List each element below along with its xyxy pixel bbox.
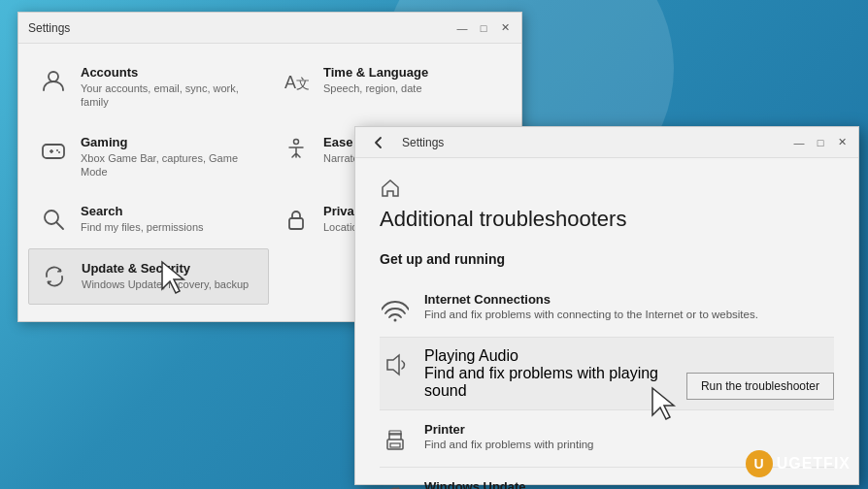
- audio-desc: Find and fix problems with playing sound: [424, 365, 673, 400]
- settings-window-troubleshooter: Settings — □ ✕ Additional troubleshooter…: [354, 126, 859, 485]
- window-title-1: Settings: [28, 21, 455, 35]
- accounts-title: Accounts: [81, 65, 259, 80]
- troubleshooter-content: Additional troubleshooters Get up and ru…: [355, 158, 858, 489]
- windows-update-icon: [380, 481, 411, 489]
- back-button[interactable]: [365, 129, 392, 156]
- close-button-1[interactable]: ✕: [498, 21, 512, 35]
- cursor-pointer-2: [651, 386, 680, 421]
- watermark-logo: U: [746, 450, 773, 477]
- internet-text: Internet Connections Find and fix proble…: [424, 292, 758, 320]
- ease-icon: [281, 135, 312, 166]
- accounts-desc: Your accounts, email, sync, work, family: [81, 82, 259, 110]
- window-controls-2: — □ ✕: [792, 136, 849, 149]
- maximize-button-1[interactable]: □: [477, 21, 490, 35]
- section-title: Get up and running: [380, 251, 834, 267]
- svg-point-6: [56, 149, 58, 151]
- svg-text:文: 文: [296, 76, 310, 91]
- svg-point-7: [58, 151, 60, 153]
- troubleshooter-internet[interactable]: Internet Connections Find and fix proble…: [380, 280, 834, 338]
- svg-point-0: [49, 72, 58, 82]
- svg-point-13: [394, 319, 397, 322]
- svg-rect-11: [289, 218, 303, 229]
- minimize-button-2[interactable]: —: [792, 136, 806, 149]
- minimize-button-1[interactable]: —: [455, 21, 469, 35]
- window-title-2: Settings: [402, 136, 783, 149]
- update-icon: [39, 261, 70, 292]
- svg-line-10: [56, 222, 63, 229]
- title-bar-2: Settings — □ ✕: [355, 127, 858, 158]
- printer-desc: Find and fix problems with printing: [424, 439, 594, 450]
- title-bar-1: Settings — □ ✕: [18, 13, 521, 44]
- internet-desc: Find and fix problems with connecting to…: [424, 309, 758, 320]
- gaming-icon: [38, 135, 69, 166]
- svg-marker-18: [652, 388, 674, 419]
- accounts-text: Accounts Your accounts, email, sync, wor…: [81, 65, 259, 110]
- internet-icon: [380, 294, 411, 325]
- search-desc: Find my files, permissions: [81, 220, 204, 234]
- settings-item-search[interactable]: Search Find my files, permissions: [28, 192, 269, 246]
- home-icon: [380, 178, 401, 199]
- windows-update-text: Windows Update: [424, 479, 526, 489]
- accounts-icon: [38, 65, 69, 96]
- settings-item-accounts[interactable]: Accounts Your accounts, email, sync, wor…: [28, 53, 269, 121]
- time-desc: Speech, region, date: [323, 82, 428, 95]
- internet-title: Internet Connections: [424, 292, 758, 307]
- window-controls-1: — □ ✕: [455, 21, 512, 35]
- printer-text: Printer Find and fix problems with print…: [424, 422, 594, 450]
- settings-item-update[interactable]: Update & Security Windows Update, recove…: [28, 248, 269, 305]
- printer-title: Printer: [424, 422, 594, 437]
- watermark-text: UGETFIX: [777, 455, 851, 473]
- settings-item-time[interactable]: A 文 Time & Language Speech, region, date: [271, 53, 512, 121]
- close-button-2[interactable]: ✕: [835, 136, 849, 149]
- time-text: Time & Language Speech, region, date: [323, 65, 428, 95]
- printer-icon: [380, 424, 411, 455]
- settings-item-gaming[interactable]: Gaming Xbox Game Bar, captures, Game Mod…: [28, 123, 269, 191]
- watermark: U UGETFIX: [746, 450, 851, 477]
- audio-info: Playing Audio Find and fix problems with…: [424, 347, 673, 400]
- time-icon: A 文: [281, 65, 312, 96]
- svg-rect-17: [390, 443, 400, 447]
- privacy-icon: [281, 204, 312, 235]
- svg-marker-14: [387, 355, 399, 375]
- page-title: Additional troubleshooters: [380, 207, 834, 232]
- audio-title: Playing Audio: [424, 347, 673, 365]
- search-title: Search: [81, 204, 204, 218]
- run-troubleshooter-button[interactable]: Run the troubleshooter: [686, 373, 834, 400]
- gaming-title: Gaming: [81, 135, 259, 149]
- maximize-button-2[interactable]: □: [814, 136, 827, 149]
- gaming-desc: Xbox Game Bar, captures, Game Mode: [81, 151, 259, 179]
- time-title: Time & Language: [323, 65, 428, 80]
- svg-point-8: [294, 139, 299, 144]
- svg-text:A: A: [284, 73, 296, 92]
- gaming-text: Gaming Xbox Game Bar, captures, Game Mod…: [81, 135, 259, 179]
- search-text: Search Find my files, permissions: [81, 204, 204, 234]
- windows-update-title: Windows Update: [424, 479, 526, 489]
- audio-icon: [380, 349, 411, 380]
- cursor-pointer-1: [160, 260, 189, 295]
- svg-marker-12: [162, 262, 184, 293]
- search-icon: [38, 204, 69, 235]
- troubleshooter-audio[interactable]: Playing Audio Find and fix problems with…: [380, 338, 834, 410]
